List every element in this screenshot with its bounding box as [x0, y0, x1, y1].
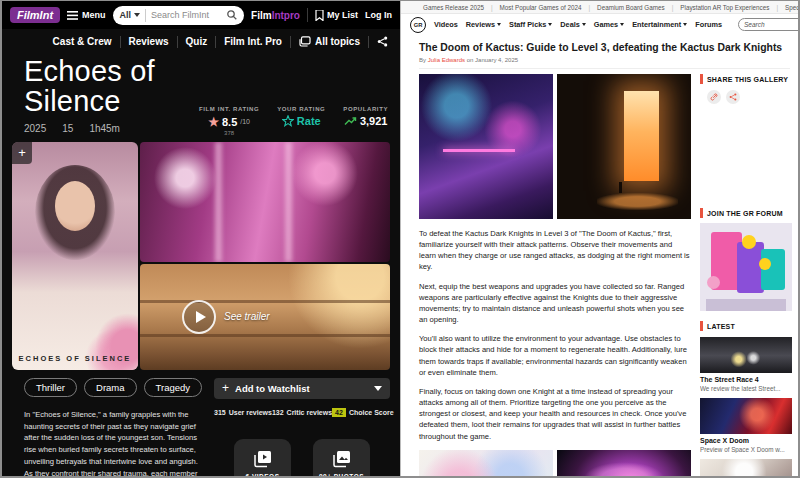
latest-thumbnail[interactable]	[700, 459, 792, 476]
trending-up-icon	[344, 116, 357, 126]
gallery-image-glowing-door[interactable]	[557, 74, 691, 219]
add-to-watchlist-button[interactable]: + Add to Watchlist	[214, 378, 390, 399]
subnav-quiz[interactable]: Quiz	[186, 36, 208, 47]
reviews-summary: 315User reviews 132Critic reviews 42 Cho…	[214, 408, 390, 417]
latest-thumbnail[interactable]	[700, 398, 792, 434]
genre-tragedy[interactable]: Tragedy	[144, 378, 203, 397]
movie-title: Echoes of Silence	[24, 56, 199, 117]
release-year[interactable]: 2025	[24, 123, 46, 134]
gallery-image-pastel-abstract[interactable]	[419, 450, 553, 476]
filmint-panel: FilmInt Menu All FilmIntpro	[2, 1, 400, 476]
popularity-stat[interactable]: POPULARITY 3,921	[343, 106, 388, 136]
share-button[interactable]	[377, 36, 388, 47]
nav-videos[interactable]: Videos	[434, 20, 458, 29]
photo-stack-icon	[332, 450, 352, 468]
forum-promo-image[interactable]	[700, 223, 792, 311]
trending-link[interactable]: Games Release 2025	[423, 4, 484, 11]
chevron-down-icon	[497, 23, 501, 26]
gr-navbar: GR Videos Reviews Staff Picks Deals Game…	[401, 14, 798, 35]
star-icon: ★	[208, 115, 219, 129]
nav-games[interactable]: Games	[594, 20, 624, 29]
nav-entertainment[interactable]: Entertainment	[632, 20, 687, 29]
photos-button[interactable]: 99+ PHOTOS	[313, 439, 370, 476]
rating-max: /10	[240, 118, 250, 125]
subnav-all-topics[interactable]: All topics	[299, 36, 360, 47]
paragraph: Finally, focus on taking down one Knight…	[419, 386, 691, 442]
genre-drama[interactable]: Drama	[84, 378, 137, 397]
my-list-button[interactable]: My List	[315, 10, 358, 21]
copy-link-button[interactable]	[707, 90, 721, 104]
gallery-image-cyberpunk[interactable]	[419, 74, 553, 219]
add-poster-button[interactable]: +	[12, 142, 32, 164]
topics-icon	[299, 36, 311, 47]
search-input[interactable]	[151, 10, 222, 20]
nav-reviews[interactable]: Reviews	[466, 20, 501, 29]
plus-icon: +	[222, 381, 229, 395]
hero-media: + ECHOES OF SILENCE See trailer	[12, 142, 390, 370]
latest-item-street-race[interactable]: The Street Race 4 We review the latest S…	[700, 337, 796, 392]
rating-count: 378	[199, 130, 259, 136]
subnav-cast-crew[interactable]: Cast & Crew	[53, 36, 112, 47]
gr-search-bar	[738, 18, 798, 31]
critic-reviews-link[interactable]: 132Critic reviews	[272, 409, 332, 416]
nav-deals[interactable]: Deals	[560, 20, 585, 29]
rating-value: 8.5	[222, 116, 237, 128]
runtime: 1h45m	[89, 123, 120, 134]
filmint-header: FilmInt Menu All FilmIntpro	[2, 1, 400, 29]
author-link[interactable]: Julia Edwards	[428, 57, 465, 63]
trending-link[interactable]: Deamium Board Games	[597, 4, 665, 11]
share-button[interactable]	[726, 90, 740, 104]
screen: FilmInt Menu All FilmIntpro	[0, 0, 800, 478]
gr-logo[interactable]: GR	[410, 17, 426, 33]
gr-search-input[interactable]	[744, 21, 798, 28]
chevron-down-icon	[683, 23, 687, 26]
latest-item-space-x-doom[interactable]: Space X Doom Preview of Space X Doom w..…	[700, 398, 796, 453]
user-reviews-link[interactable]: 315User reviews	[214, 409, 272, 416]
latest-item-sonya-universe[interactable]: Sonya Universe Updates to Sonya Universe…	[700, 459, 796, 476]
trending-link[interactable]: Playstation AR Top Experiences	[680, 4, 769, 11]
menu-button[interactable]: Menu	[67, 10, 106, 20]
hamburger-icon	[67, 11, 78, 20]
chevron-down-icon	[582, 23, 586, 26]
title-block: Echoes of Silence 2025 15 1h45m FILM INT…	[2, 54, 400, 138]
bookmark-icon	[315, 10, 324, 21]
age-rating[interactable]: 15	[62, 123, 73, 134]
popularity-value: 3,921	[360, 115, 388, 127]
subnav-film-int-pro[interactable]: Film Int. Pro	[224, 36, 282, 47]
rate-star-icon	[282, 115, 294, 127]
article-title: The Doom of Kactus: Guide to Level 3, de…	[419, 42, 790, 53]
choice-score-link[interactable]: 42 Choice Score	[332, 408, 394, 417]
your-rating-stat[interactable]: YOUR RATING Rate	[277, 106, 325, 136]
filmint-rating-stat[interactable]: FILM INT. RATING ★ 8.5 /10 378	[199, 106, 259, 136]
play-trailer-button[interactable]	[182, 300, 216, 334]
nav-forums[interactable]: Forums	[695, 20, 722, 29]
play-icon	[196, 311, 206, 323]
filmint-pro-link[interactable]: FilmIntpro	[251, 10, 300, 21]
forum-title: JOIN THE GR FORUM	[707, 210, 783, 217]
synopsis-text: In "Echoes of Silence," a family grapple…	[24, 409, 202, 476]
gallery-image-neon-figure[interactable]	[557, 450, 691, 476]
search-bar: All	[113, 6, 245, 25]
trending-link[interactable]: Most Popular Games of 2024	[500, 4, 582, 11]
link-icon	[710, 93, 718, 101]
trending-link[interactable]: Specialist Jimmy Tusan Reviews 2024	[785, 4, 798, 11]
latest-thumbnail[interactable]	[700, 337, 792, 373]
gr-panel: Games Release 2025| Most Popular Games o…	[400, 1, 798, 476]
filmint-logo[interactable]: FilmInt	[10, 7, 60, 23]
article-byline: By Julia Edwards on January 4, 2025	[419, 57, 790, 69]
subnav-reviews[interactable]: Reviews	[129, 36, 169, 47]
latest-title: LATEST	[707, 323, 735, 330]
still-image-alley[interactable]	[140, 142, 390, 262]
trending-strip: Games Release 2025| Most Popular Games o…	[401, 1, 798, 14]
trailer-still-image[interactable]: See trailer	[140, 264, 390, 370]
genre-thriller[interactable]: Thriller	[24, 378, 77, 397]
genre-tags: Thriller Drama Tragedy	[24, 378, 202, 397]
videos-button[interactable]: 6 VIDEOS	[234, 439, 291, 476]
search-scope-dropdown[interactable]: All	[120, 10, 141, 20]
rating-stats: FILM INT. RATING ★ 8.5 /10 378 YOUR RATI…	[199, 106, 388, 138]
paragraph: To defeat the Kactus Dark Knights in Lev…	[419, 228, 691, 273]
movie-poster[interactable]: + ECHOES OF SILENCE	[12, 142, 138, 370]
search-icon[interactable]	[227, 10, 237, 20]
nav-staff-picks[interactable]: Staff Picks	[509, 20, 552, 29]
login-link[interactable]: Log In	[365, 10, 392, 20]
